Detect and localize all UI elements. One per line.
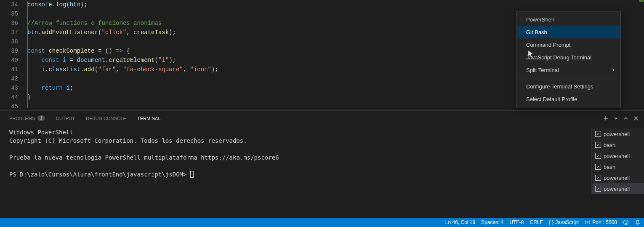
menu-item-select-default-profile[interactable]: Select Default Profile	[517, 93, 620, 105]
line-number: 44	[0, 93, 18, 102]
terminal-list: >powershell>bash>powershell>bash>powersh…	[591, 128, 644, 194]
terminal-list-item[interactable]: >bash	[592, 139, 644, 150]
line-number: 39	[0, 46, 18, 56]
terminal-icon: >	[595, 153, 601, 159]
terminal-name: bash	[604, 164, 615, 170]
menu-item-split-terminal[interactable]: Split Terminal	[517, 64, 620, 76]
terminal-name: powershell	[604, 131, 630, 137]
terminal-icon: >	[595, 186, 601, 192]
terminal-dropdown-button[interactable]	[611, 114, 620, 123]
broadcast-icon	[585, 219, 591, 225]
line-number: 41	[0, 65, 18, 74]
code-line[interactable]: console.log(btn);	[27, 0, 644, 9]
status-language[interactable]: { } JavaScript	[549, 219, 579, 225]
line-number: 43	[0, 83, 18, 93]
status-eol[interactable]: CRLF	[530, 219, 543, 225]
terminal-list-item[interactable]: >bash	[592, 161, 644, 172]
status-bar: Ln 46, Col 19 Spaces: 4 UTF-8 CRLF { } J…	[0, 218, 644, 227]
line-number: 34	[0, 0, 18, 9]
menu-item-configure-terminal[interactable]: Configure Terminal Settings	[517, 80, 620, 93]
line-number: 40	[0, 56, 18, 65]
terminal-name: bash	[604, 142, 615, 148]
panel-tabs: PROBLEMS 1 OUTPUT DEBUG CONSOLE TERMINAL	[0, 111, 644, 126]
tab-debug-console[interactable]: DEBUG CONSOLE	[86, 116, 126, 121]
line-number: 35	[0, 9, 18, 19]
status-feedback[interactable]	[623, 219, 629, 225]
tab-problems-label: PROBLEMS	[9, 116, 35, 121]
line-number: 36	[0, 19, 18, 28]
problems-badge: 1	[37, 115, 45, 121]
terminal-name: powershell	[604, 186, 630, 192]
close-panel-button[interactable]	[631, 114, 641, 123]
line-number: 37	[0, 28, 18, 37]
status-live-server[interactable]: Port : 5500	[585, 219, 617, 225]
gutter: 343536373839404142434445	[0, 0, 23, 110]
terminal-output[interactable]: Windows PowerShell Copyright (C) Microso…	[0, 126, 644, 218]
terminal-list-item[interactable]: >powershell	[592, 128, 644, 139]
chevron-right-icon	[611, 67, 615, 73]
line-number: 42	[0, 74, 18, 83]
terminal-icon: >	[595, 142, 601, 148]
terminal-name: powershell	[604, 175, 630, 181]
svg-point-1	[624, 220, 628, 225]
menu-item-git-bash[interactable]: Git Bash	[517, 26, 620, 38]
status-encoding[interactable]: UTF-8	[510, 219, 524, 225]
terminal-list-item[interactable]: >powershell	[592, 150, 644, 161]
bottom-panel: PROBLEMS 1 OUTPUT DEBUG CONSOLE TERMINAL…	[0, 110, 644, 218]
status-notifications[interactable]	[635, 219, 641, 225]
scrollbar-marker	[639, 0, 644, 2]
bell-icon	[635, 219, 641, 225]
tab-output[interactable]: OUTPUT	[56, 116, 75, 121]
terminal-icon: >	[595, 164, 601, 170]
terminal-cursor	[190, 171, 194, 178]
cursor-icon	[528, 50, 535, 59]
svg-point-2	[625, 222, 625, 222]
svg-point-0	[587, 222, 588, 223]
menu-separator	[517, 78, 620, 78]
terminal-name: powershell	[604, 153, 630, 159]
maximize-panel-button[interactable]	[621, 114, 631, 123]
editor-scrollbar[interactable]	[638, 0, 644, 110]
terminal-icon: >	[595, 175, 601, 181]
menu-item-powershell[interactable]: PowerShell	[517, 13, 620, 26]
terminal-profile-menu: PowerShell Git Bash Command Prompt JavaS…	[516, 11, 621, 107]
terminal-icon: >	[595, 131, 601, 137]
terminal-list-item[interactable]: >powershell	[592, 183, 644, 194]
svg-point-3	[626, 222, 627, 222]
status-indentation[interactable]: Spaces: 4	[481, 219, 503, 225]
tab-terminal[interactable]: TERMINAL	[137, 116, 161, 121]
new-terminal-button[interactable]	[601, 114, 610, 123]
line-number: 38	[0, 37, 18, 46]
braces-icon: { }	[549, 219, 554, 225]
line-number: 45	[0, 102, 18, 111]
tab-problems[interactable]: PROBLEMS 1	[9, 115, 45, 121]
menu-item-command-prompt[interactable]: Command Prompt	[517, 38, 620, 51]
terminal-list-item[interactable]: >powershell	[592, 172, 644, 183]
panel-toolbar	[601, 114, 641, 123]
status-cursor-position[interactable]: Ln 46, Col 19	[445, 219, 475, 225]
feedback-icon	[623, 219, 629, 225]
